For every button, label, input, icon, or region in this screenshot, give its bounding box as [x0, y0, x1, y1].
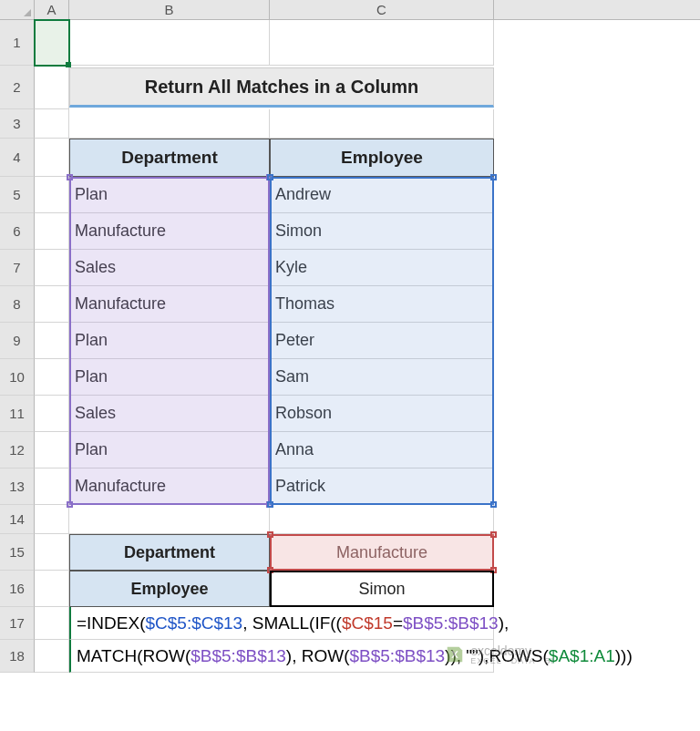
header-employee[interactable]: Employee — [270, 139, 494, 177]
formula-line-2[interactable]: MATCH(ROW($B$5:$B$13), ROW($B$5:$B$13)),… — [69, 640, 494, 673]
row-header-3[interactable]: 3 — [0, 109, 35, 139]
table-cell-emp[interactable]: Anna — [270, 432, 494, 468]
excel-icon — [445, 644, 465, 664]
row-header-8[interactable]: 8 — [0, 286, 35, 323]
row-header-6[interactable]: 6 — [0, 213, 35, 250]
select-all-corner[interactable] — [0, 0, 35, 19]
formula-text-1: =INDEX($C$5:$C$13, SMALL(IF(($C$15=$B$5:… — [77, 613, 509, 633]
row-header-16[interactable]: 16 — [0, 571, 35, 607]
page-title[interactable]: Return All Matches in a Column — [69, 67, 494, 108]
table-cell-dep[interactable]: Sales — [69, 250, 270, 286]
filter-employee-label[interactable]: Employee — [69, 571, 270, 607]
cell-A14[interactable] — [35, 505, 69, 534]
row-header-13[interactable]: 13 — [0, 468, 35, 505]
row-header-2[interactable]: 2 — [0, 66, 35, 109]
filter-department-label[interactable]: Department — [69, 534, 270, 571]
row-header-5[interactable]: 5 — [0, 177, 35, 213]
cell-A6[interactable] — [35, 213, 69, 250]
cell-B1[interactable] — [69, 20, 270, 66]
cell-A7[interactable] — [35, 250, 69, 286]
table-cell-dep[interactable]: Manufacture — [69, 286, 270, 323]
row-header-14[interactable]: 14 — [0, 505, 35, 534]
row-header-7[interactable]: 7 — [0, 250, 35, 286]
cell-A15[interactable] — [35, 534, 69, 571]
row-header-1[interactable]: 1 — [0, 20, 35, 66]
table-cell-dep[interactable]: Sales — [69, 396, 270, 432]
watermark: exceldemy EXCEL · DATA · BI — [445, 643, 554, 665]
table-cell-emp[interactable]: Thomas — [270, 286, 494, 323]
cell-A2[interactable] — [35, 66, 69, 109]
cell-A8[interactable] — [35, 286, 69, 323]
row-header-10[interactable]: 10 — [0, 359, 35, 396]
cell-C14[interactable] — [270, 505, 494, 534]
cell-A12[interactable] — [35, 432, 69, 468]
table-cell-dep[interactable]: Plan — [69, 323, 270, 359]
cell-A4[interactable] — [35, 139, 69, 177]
table-cell-dep[interactable]: Manufacture — [69, 468, 270, 505]
row-header-17[interactable]: 17 — [0, 607, 35, 640]
row-header-11[interactable]: 11 — [0, 396, 35, 432]
col-header-C[interactable]: C — [270, 0, 494, 19]
col-header-B[interactable]: B — [69, 0, 270, 19]
cell-B3[interactable] — [69, 109, 270, 139]
watermark-tag: EXCEL · DATA · BI — [470, 656, 554, 665]
table-cell-emp[interactable]: Patrick — [270, 468, 494, 505]
table-cell-dep[interactable]: Plan — [69, 432, 270, 468]
row-header-15[interactable]: 15 — [0, 534, 35, 571]
header-department[interactable]: Department — [69, 139, 270, 177]
cell-A10[interactable] — [35, 359, 69, 396]
cell-B14[interactable] — [69, 505, 270, 534]
filter-department-value[interactable]: Manufacture — [270, 534, 494, 571]
table-cell-dep[interactable]: Plan — [69, 359, 270, 396]
table-cell-emp[interactable]: Simon — [270, 213, 494, 250]
table-cell-dep[interactable]: Plan — [69, 177, 270, 213]
table-cell-emp[interactable]: Sam — [270, 359, 494, 396]
table-cell-emp[interactable]: Kyle — [270, 250, 494, 286]
cell-A3[interactable] — [35, 109, 69, 139]
cell-A17[interactable] — [35, 607, 69, 640]
table-cell-emp[interactable]: Peter — [270, 323, 494, 359]
cell-A13[interactable] — [35, 468, 69, 505]
spreadsheet: A B C 1 2 Return All Matches in a Column… — [0, 0, 700, 673]
row-header-18[interactable]: 18 — [0, 640, 35, 673]
cell-A18[interactable] — [35, 640, 69, 673]
formula-line-1[interactable]: =INDEX($C$5:$C$13, SMALL(IF(($C$15=$B$5:… — [69, 607, 494, 640]
cell-A9[interactable] — [35, 323, 69, 359]
cell-A5[interactable] — [35, 177, 69, 213]
column-header-row: A B C — [0, 0, 700, 20]
table-cell-emp[interactable]: Robson — [270, 396, 494, 432]
cell-C1[interactable] — [270, 20, 494, 66]
col-header-A[interactable]: A — [35, 0, 69, 19]
row-header-12[interactable]: 12 — [0, 432, 35, 468]
cell-A1[interactable] — [35, 20, 69, 66]
row-header-4[interactable]: 4 — [0, 139, 35, 177]
cell-A11[interactable] — [35, 396, 69, 432]
cell-C3[interactable] — [270, 109, 494, 139]
filter-employee-value[interactable]: Simon — [270, 571, 494, 607]
table-cell-dep[interactable]: Manufacture — [69, 213, 270, 250]
row-header-9[interactable]: 9 — [0, 323, 35, 359]
cell-A16[interactable] — [35, 571, 69, 607]
table-cell-emp[interactable]: Andrew — [270, 177, 494, 213]
